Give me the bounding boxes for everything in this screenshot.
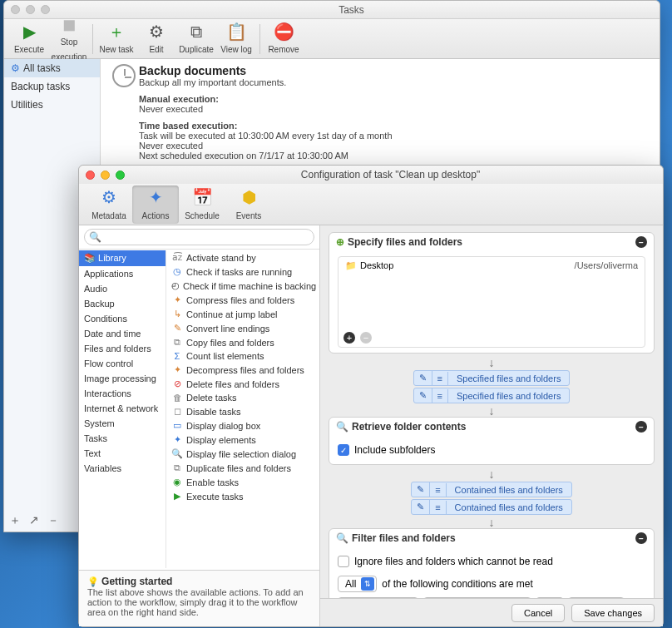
tab-events-icon: ⬢ <box>225 187 272 207</box>
match-mode-select[interactable]: All ⇅ <box>338 576 377 592</box>
category-item[interactable]: Audio <box>79 281 166 296</box>
section-heading: Time based execution: <box>139 121 651 131</box>
task-row[interactable]: Backup documentsBackup all my important … <box>101 59 660 166</box>
tab-schedule[interactable]: 📅Schedule <box>179 185 225 224</box>
edit-icon[interactable]: ✎ <box>414 371 432 385</box>
action-label: Execute tasks <box>186 492 243 502</box>
minimize-icon[interactable] <box>26 5 35 14</box>
zoom-icon[interactable] <box>41 5 50 14</box>
sidebar-utilities[interactable]: Utilities <box>4 96 100 114</box>
minimize-icon[interactable] <box>101 171 110 180</box>
search-icon: 🔍 <box>336 532 348 544</box>
task-title: Backup documents <box>139 64 651 77</box>
edit-icon[interactable]: ✎ <box>412 482 430 497</box>
remove-button[interactable]: ⛔Remove <box>264 22 304 56</box>
view-log-button[interactable]: 📋View log <box>216 22 256 56</box>
flow-pill[interactable]: ✎ ≡ Specified files and folders <box>413 388 571 403</box>
ignore-unreadable-checkbox[interactable] <box>338 556 349 567</box>
flow-pill[interactable]: ✎ ≡ Specified files and folders <box>413 370 571 386</box>
edit-icon[interactable]: ✎ <box>412 500 430 514</box>
cancel-button[interactable]: Cancel <box>511 604 565 622</box>
action-item[interactable]: ▭Display dialog box <box>166 418 319 433</box>
close-icon[interactable] <box>11 5 20 14</box>
category-list[interactable]: 📚 LibraryApplicationsAudioBackupConditio… <box>79 250 166 568</box>
tab-label: Schedule <box>185 211 220 220</box>
action-item[interactable]: ⧉Duplicate files and folders <box>166 461 319 475</box>
list-icon[interactable]: ≡ <box>432 372 448 385</box>
remove-step-button[interactable]: − <box>635 532 647 544</box>
action-item[interactable]: 🔍Display file selection dialog <box>166 447 319 461</box>
action-item[interactable]: ✦Decompress files and folders <box>166 363 319 377</box>
action-item[interactable]: ◻Disable tasks <box>166 404 319 418</box>
category-item[interactable]: 📚 Library <box>79 250 166 266</box>
task-desc: Backup all my important documents. <box>139 77 651 87</box>
tab-metadata[interactable]: ⚙Metadata <box>86 185 132 224</box>
action-item[interactable]: 🗑Delete tasks <box>166 391 319 404</box>
action-item[interactable]: ΣCount list elements <box>166 349 319 363</box>
list-icon[interactable]: ≡ <box>430 501 446 514</box>
close-icon[interactable] <box>86 171 95 180</box>
action-icon: ⊘ <box>171 378 183 389</box>
edit-icon[interactable]: ✎ <box>414 388 432 403</box>
flow-pill[interactable]: ✎ ≡ Contained files and folders <box>411 499 572 515</box>
include-subfolders-checkbox[interactable]: ✓ <box>338 444 349 456</box>
action-label: Continue at jump label <box>186 309 277 319</box>
folder-path: /Users/oliverma <box>575 260 638 271</box>
action-item[interactable]: ✦Display elements <box>166 433 319 447</box>
execute-button[interactable]: ▶Execute <box>9 22 49 56</box>
add-task-icon[interactable]: ＋ <box>9 513 21 528</box>
category-item[interactable]: Text <box>79 446 166 461</box>
action-item[interactable]: ⧉Copy files and folders <box>166 335 319 349</box>
action-item[interactable]: ✎Convert line endings <box>166 321 319 335</box>
category-item[interactable]: Image processing <box>79 371 166 386</box>
lightbulb-icon: 💡 <box>87 576 99 586</box>
category-item[interactable]: Applications <box>79 266 166 281</box>
remove-file-button[interactable]: − <box>360 332 372 344</box>
category-item[interactable]: System <box>79 416 166 431</box>
tab-metadata-icon: ⚙ <box>86 187 132 207</box>
stop-execution-button[interactable]: ◼Stop execution <box>49 15 89 63</box>
action-list[interactable]: a͡zActivate stand by◷Check if tasks are … <box>166 250 319 568</box>
flow-pill[interactable]: ✎ ≡ Contained files and folders <box>411 482 572 497</box>
category-item[interactable]: Files and folders <box>79 341 166 356</box>
category-item[interactable]: Conditions <box>79 311 166 326</box>
edit-button[interactable]: ⚙Edit <box>136 22 176 56</box>
remove-step-button[interactable]: − <box>635 421 647 433</box>
file-list[interactable]: 📁 Desktop /Users/oliverma + − <box>338 256 645 348</box>
action-label: Compress files and folders <box>186 295 294 305</box>
share-icon[interactable]: ↗ <box>29 513 39 528</box>
action-item[interactable]: a͡zActivate stand by <box>166 250 319 265</box>
traffic-lights[interactable] <box>86 171 125 180</box>
category-item[interactable]: Flow control <box>79 356 166 371</box>
category-item[interactable]: Interactions <box>79 386 166 401</box>
remove-step-button[interactable]: − <box>635 236 647 248</box>
action-item[interactable]: ✦Compress files and folders <box>166 293 319 307</box>
category-item[interactable]: Variables <box>79 461 166 476</box>
zoom-icon[interactable] <box>116 171 125 180</box>
tab-actions[interactable]: ✦Actions <box>132 185 179 224</box>
action-search-input[interactable] <box>84 229 314 245</box>
category-item[interactable]: Date and time <box>79 326 166 341</box>
traffic-lights[interactable] <box>11 5 50 14</box>
action-item[interactable]: ◴Check if time machine is backing up dat <box>166 279 319 293</box>
file-row[interactable]: 📁 Desktop /Users/oliverma <box>338 257 645 274</box>
new-task-button[interactable]: ＋New task <box>96 22 136 56</box>
save-button[interactable]: Save changes <box>571 604 655 622</box>
action-item[interactable]: ↳Continue at jump label <box>166 307 319 321</box>
sidebar-all-tasks[interactable]: ⚙All tasks <box>4 59 100 77</box>
sidebar-backup-tasks[interactable]: Backup tasks <box>4 77 100 96</box>
add-file-button[interactable]: + <box>343 332 355 344</box>
action-item[interactable]: ◉Enable tasks <box>166 475 319 489</box>
list-icon[interactable]: ≡ <box>430 483 446 497</box>
action-item[interactable]: ▶Execute tasks <box>166 489 319 503</box>
list-icon[interactable]: ≡ <box>432 389 448 403</box>
tab-events[interactable]: ⬢Events <box>225 185 272 224</box>
category-item[interactable]: Tasks <box>79 431 166 446</box>
category-item[interactable]: Backup <box>79 296 166 311</box>
action-item[interactable]: ◷Check if tasks are running <box>166 265 319 279</box>
action-item[interactable]: ⊘Delete files and folders <box>166 377 319 391</box>
action-label: Delete files and folders <box>186 379 279 389</box>
category-item[interactable]: Internet & network <box>79 401 166 416</box>
remove-group-icon[interactable]: － <box>47 513 59 528</box>
duplicate-button[interactable]: ⧉Duplicate <box>176 22 216 56</box>
